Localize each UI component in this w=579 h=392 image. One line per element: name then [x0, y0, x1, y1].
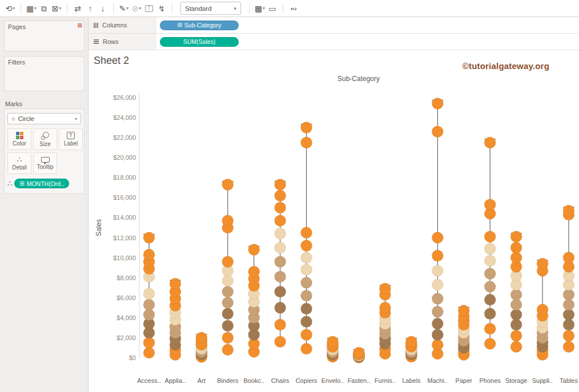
- mark-circle[interactable]: [301, 240, 312, 252]
- month-order-date-pill[interactable]: ⊞ MONTH(Ord..: [14, 179, 69, 188]
- mark-circle[interactable]: [484, 323, 496, 334]
- show-me-button[interactable]: ▩ ▾: [254, 2, 266, 15]
- mark-circle[interactable]: [196, 332, 207, 343]
- chart-canvas[interactable]: $0$2,000$4,000$6,000$8,000$10,000$12,000…: [89, 50, 579, 392]
- mark-circle[interactable]: [510, 252, 522, 264]
- mark-circle[interactable]: [275, 302, 286, 313]
- mark-circle[interactable]: [275, 319, 286, 330]
- mark-circle[interactable]: [222, 308, 234, 320]
- mark-circle[interactable]: [222, 297, 234, 309]
- mark-circle[interactable]: [301, 252, 312, 264]
- mark-circle[interactable]: [563, 205, 574, 216]
- mark-circle[interactable]: [143, 232, 155, 244]
- mark-circle[interactable]: [510, 299, 522, 310]
- mark-circle[interactable]: [301, 122, 312, 134]
- highlight-button[interactable]: ✎ ▾: [118, 2, 130, 15]
- mark-circle[interactable]: [432, 250, 443, 261]
- rows-shelf[interactable]: Rows SUM(Sales): [89, 34, 579, 50]
- mark-circle[interactable]: [484, 243, 496, 254]
- mark-circle[interactable]: [143, 249, 155, 260]
- mark-circle[interactable]: [432, 318, 443, 329]
- sort-ascending-button[interactable]: ↑: [85, 2, 96, 15]
- mark-circle[interactable]: [458, 305, 469, 317]
- mark-circle[interactable]: [170, 278, 181, 289]
- mark-circle[interactable]: [222, 256, 234, 268]
- columns-shelf[interactable]: Columns ⊞ Sub-Category: [89, 17, 579, 34]
- mark-circle[interactable]: [222, 215, 234, 227]
- label-button[interactable]: T Label: [59, 128, 83, 150]
- tooltip-button[interactable]: Tooltip: [33, 152, 57, 174]
- mark-circle[interactable]: [379, 302, 391, 313]
- sub-category-pill[interactable]: ⊞ Sub-Category: [160, 21, 239, 30]
- duplicate-button[interactable]: ⧉: [38, 2, 50, 15]
- mark-circle[interactable]: [222, 275, 234, 286]
- mark-circle[interactable]: [510, 231, 522, 243]
- color-button[interactable]: Color: [7, 128, 31, 150]
- sort-descending-button[interactable]: ↓: [97, 2, 108, 15]
- mark-circle[interactable]: [432, 98, 443, 110]
- mark-circle[interactable]: [222, 332, 234, 343]
- mark-circle[interactable]: [510, 330, 522, 341]
- mark-circle[interactable]: [563, 330, 574, 341]
- mark-circle[interactable]: [563, 299, 574, 310]
- size-button[interactable]: Size: [33, 128, 57, 150]
- mark-circle[interactable]: [301, 227, 312, 239]
- mark-circle[interactable]: [510, 341, 522, 353]
- mark-circle[interactable]: [275, 228, 286, 240]
- mark-circle[interactable]: [143, 337, 155, 349]
- mark-circle[interactable]: [484, 137, 496, 148]
- refresh-button[interactable]: ⟲ ▾: [5, 2, 16, 15]
- mark-circle[interactable]: [405, 336, 417, 347]
- mark-circle[interactable]: [222, 179, 234, 191]
- clear-sheet-button[interactable]: ⊠ ▾: [51, 2, 62, 15]
- mark-circle[interactable]: [484, 268, 496, 280]
- mark-circle[interactable]: [222, 320, 234, 332]
- mark-circle[interactable]: [301, 137, 312, 148]
- mark-circle[interactable]: [484, 231, 496, 243]
- mark-circle[interactable]: [248, 266, 260, 277]
- mark-circle[interactable]: [432, 126, 443, 138]
- mark-circle[interactable]: [510, 319, 522, 330]
- mark-circle[interactable]: [432, 306, 443, 317]
- mark-circle[interactable]: [432, 279, 443, 290]
- mark-circle[interactable]: [510, 289, 522, 301]
- mark-circle[interactable]: [510, 242, 522, 253]
- mark-circle[interactable]: [432, 265, 443, 276]
- mark-circle[interactable]: [563, 319, 574, 330]
- mark-circle[interactable]: [275, 242, 286, 253]
- mark-circle[interactable]: [301, 264, 312, 276]
- mark-circle[interactable]: [143, 288, 155, 300]
- mark-circle[interactable]: [143, 347, 155, 358]
- mark-circle[interactable]: [301, 343, 312, 354]
- text-label-button[interactable]: T: [143, 2, 155, 15]
- mark-circle[interactable]: [301, 290, 312, 301]
- mark-circle[interactable]: [301, 277, 312, 288]
- mark-circle[interactable]: [537, 304, 548, 316]
- mark-circle[interactable]: [222, 286, 234, 297]
- mark-circle[interactable]: [275, 286, 286, 297]
- format-button[interactable]: ⊘ ▾: [131, 2, 142, 15]
- mark-circle[interactable]: [327, 336, 339, 347]
- mark-circle[interactable]: [275, 190, 286, 201]
- presentation-button[interactable]: ▭: [267, 2, 278, 15]
- mark-circle[interactable]: [248, 244, 260, 256]
- mark-circle[interactable]: [301, 303, 312, 314]
- mark-circle[interactable]: [537, 258, 548, 269]
- mark-circle[interactable]: [301, 316, 312, 328]
- mark-circle[interactable]: [379, 283, 391, 294]
- mark-circle[interactable]: [484, 255, 496, 266]
- mark-circle[interactable]: [275, 271, 286, 282]
- pages-shelf[interactable]: Pages ⊠: [4, 21, 85, 51]
- sum-sales-pill[interactable]: SUM(Sales): [160, 37, 239, 47]
- mark-circle[interactable]: [484, 294, 496, 305]
- mark-circle[interactable]: [353, 347, 365, 358]
- mark-circle[interactable]: [143, 299, 155, 310]
- mark-circle[interactable]: [275, 336, 286, 347]
- detail-button[interactable]: ∴ Detail: [7, 152, 31, 174]
- mark-circle[interactable]: [563, 252, 574, 264]
- lightning-button[interactable]: ↯: [156, 2, 167, 15]
- mark-circle[interactable]: [484, 199, 496, 211]
- pages-close-icon[interactable]: ⊠: [78, 23, 82, 29]
- mark-circle[interactable]: [563, 341, 574, 353]
- filters-shelf[interactable]: Filters: [4, 56, 85, 91]
